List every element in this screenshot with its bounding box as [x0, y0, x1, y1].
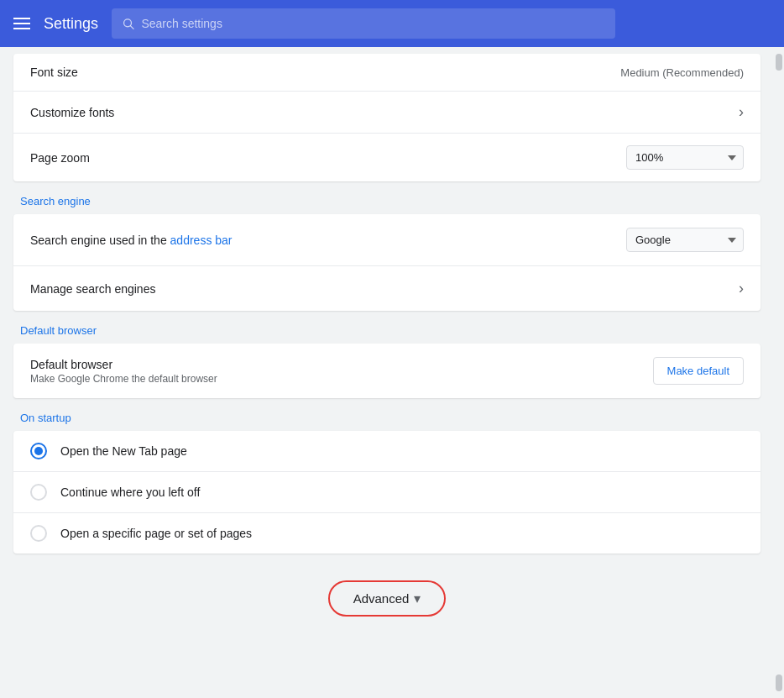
startup-radio-3[interactable]: [30, 525, 47, 542]
search-input[interactable]: [141, 17, 605, 30]
startup-option-1-label: Open the New Tab page: [60, 444, 187, 458]
search-engine-card: Search engine used in the address bar Go…: [13, 214, 760, 311]
startup-option-2[interactable]: Continue where you left off: [13, 472, 760, 513]
font-size-row: Font size Medium (Recommended): [13, 54, 760, 92]
settings-area: Font size Medium (Recommended) Customize…: [0, 47, 774, 698]
app-header: Settings: [0, 0, 784, 47]
scrollbar-track[interactable]: [774, 47, 784, 698]
manage-search-engines-label: Manage search engines: [30, 282, 155, 296]
settings-title: Settings: [44, 15, 98, 33]
default-browser-section-label: Default browser: [0, 311, 774, 344]
address-bar-link[interactable]: address bar: [170, 234, 233, 247]
advanced-button-label: Advanced: [353, 591, 410, 606]
startup-option-3[interactable]: Open a specific page or set of pages: [13, 513, 760, 554]
manage-search-engines-chevron-icon: ›: [739, 280, 744, 297]
font-size-label: Font size: [30, 66, 78, 79]
search-bar-container: [112, 8, 615, 39]
startup-radio-2[interactable]: [30, 484, 47, 501]
page-zoom-label: Page zoom: [30, 151, 90, 165]
page-zoom-row: Page zoom 100% 75% 90% 110% 125% 150%: [13, 134, 760, 181]
menu-icon[interactable]: [13, 18, 30, 29]
search-engine-select[interactable]: Google Bing Yahoo! DuckDuckGo: [626, 228, 744, 252]
page-zoom-select[interactable]: 100% 75% 90% 110% 125% 150%: [626, 145, 744, 170]
on-startup-card: Open the New Tab page Continue where you…: [13, 431, 760, 554]
default-browser-text: Default browser Make Google Chrome the d…: [30, 358, 217, 385]
startup-radio-1[interactable]: [30, 443, 47, 459]
manage-search-engines-row[interactable]: Manage search engines ›: [13, 266, 760, 311]
startup-option-3-label: Open a specific page or set of pages: [60, 527, 252, 540]
make-default-button[interactable]: Make default: [653, 357, 744, 385]
startup-option-2-label: Continue where you left off: [60, 485, 200, 499]
default-browser-title: Default browser: [30, 358, 217, 371]
scrollbar-thumb[interactable]: [776, 54, 782, 71]
default-browser-card: Default browser Make Google Chrome the d…: [13, 344, 760, 398]
svg-line-1: [131, 26, 134, 29]
advanced-button[interactable]: Advanced ▾: [328, 580, 447, 617]
scrollbar-thumb-bottom: [776, 674, 782, 691]
customize-fonts-label: Customize fonts: [30, 106, 114, 119]
startup-option-1[interactable]: Open the New Tab page: [13, 431, 760, 472]
advanced-section: Advanced ▾: [0, 554, 774, 643]
customize-fonts-row[interactable]: Customize fonts ›: [13, 92, 760, 134]
main-content: Font size Medium (Recommended) Customize…: [0, 47, 784, 698]
search-engine-row: Search engine used in the address bar Go…: [13, 214, 760, 266]
search-engine-row-label: Search engine used in the address bar: [30, 234, 233, 247]
search-engine-section-label: Search engine: [0, 181, 774, 214]
advanced-chevron-icon: ▾: [414, 590, 421, 606]
search-icon: [122, 17, 134, 30]
page-zoom-control: 100% 75% 90% 110% 125% 150%: [626, 145, 744, 170]
default-browser-row: Default browser Make Google Chrome the d…: [13, 344, 760, 398]
appearance-card: Font size Medium (Recommended) Customize…: [13, 54, 760, 181]
on-startup-section-label: On startup: [0, 398, 774, 431]
font-size-value: Medium (Recommended): [620, 66, 744, 79]
customize-fonts-chevron-icon: ›: [739, 103, 744, 121]
search-engine-control: Google Bing Yahoo! DuckDuckGo: [626, 228, 744, 252]
default-browser-subtitle: Make Google Chrome the default browser: [30, 373, 217, 385]
